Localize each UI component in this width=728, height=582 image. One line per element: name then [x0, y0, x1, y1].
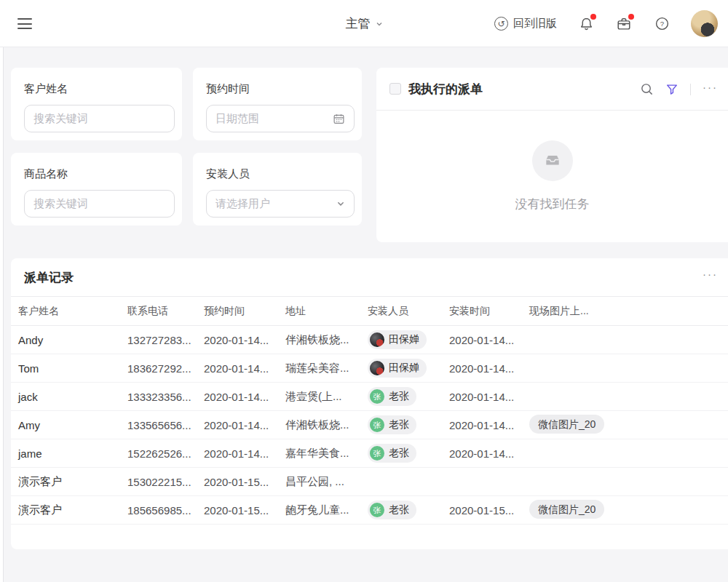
table-row[interactable]: 演示客户 153022215... 2020-01-15... 昌平公园, ..… — [11, 468, 728, 496]
cell-customer-name: 演示客户 — [11, 468, 120, 496]
collapsed-sidebar-edge — [0, 47, 4, 582]
cell-phone: 132727283... — [120, 326, 197, 354]
installer-avatar: 张 — [370, 503, 384, 517]
column-header[interactable]: 预约时间 — [197, 297, 278, 326]
cell-customer-name: jack — [11, 383, 120, 411]
installer-avatar: 张 — [370, 418, 384, 432]
installer-name: 老张 — [389, 390, 409, 403]
select-placeholder: 请选择用户 — [215, 197, 336, 211]
cell-install-time: 2020-01-15... — [442, 496, 522, 525]
back-to-old-button[interactable]: ↺ 回到旧版 — [494, 17, 557, 31]
my-tasks-panel: 我执行的派单 ··· 没有找到任务 — [376, 68, 728, 242]
table-row[interactable]: Tom 183627292... 2020-01-14... 瑞莲朵美容... … — [11, 354, 728, 383]
cell-photo: 微信图片_20 — [522, 496, 728, 525]
cell-phone: 183627292... — [120, 354, 197, 383]
input-placeholder: 搜索关键词 — [33, 197, 165, 211]
column-header[interactable]: 安装时间 — [442, 297, 522, 326]
cell-installer: 田保婵 — [360, 354, 442, 383]
cell-appointment-time: 2020-01-14... — [197, 383, 278, 411]
table-row[interactable]: jame 152262526... 2020-01-14... 嘉年华美食...… — [11, 439, 728, 468]
cell-address: 龅牙兔儿童... — [278, 496, 360, 525]
cell-phone: 185656985... — [120, 496, 197, 525]
photo-pill: 微信图片_20 — [529, 500, 604, 519]
workbench-button[interactable] — [615, 15, 633, 33]
column-header[interactable]: 安装人员 — [360, 297, 442, 326]
cell-customer-name: jame — [11, 439, 120, 468]
filter-icon[interactable] — [665, 83, 678, 96]
back-to-old-label: 回到旧版 — [513, 17, 557, 31]
installer-chip: 张 老张 — [368, 415, 416, 434]
cell-customer-name: Tom — [11, 354, 120, 383]
column-header[interactable]: 客户姓名 — [11, 297, 120, 326]
column-header[interactable]: 地址 — [278, 297, 360, 326]
records-more-button[interactable]: ··· — [703, 268, 718, 284]
task-panel-title: 我执行的派单 — [408, 81, 483, 97]
filter-label: 商品名称 — [24, 167, 175, 181]
search-icon[interactable] — [640, 82, 654, 96]
cell-address: 瑞莲朵美容... — [278, 354, 360, 383]
table-body: Andy 132727283... 2020-01-14... 伴湘铁板烧...… — [11, 326, 728, 525]
table-header-row: 客户姓名 联系电话 预约时间 地址 安装人员 安装时间 现场图片上... — [11, 297, 728, 326]
cell-address: 昌平公园, ... — [278, 468, 360, 496]
records-table: 客户姓名 联系电话 预约时间 地址 安装人员 安装时间 现场图片上... And… — [11, 296, 728, 525]
cell-customer-name: 演示客户 — [11, 496, 120, 525]
svg-text:?: ? — [660, 20, 663, 28]
input-placeholder: 日期范围 — [215, 112, 333, 126]
cell-install-time: 2020-01-14... — [442, 411, 522, 439]
cell-appointment-time: 2020-01-14... — [197, 326, 278, 354]
installer-chip: 张 老张 — [368, 444, 416, 463]
installer-chip: 张 老张 — [368, 387, 416, 406]
installer-name: 田保婵 — [389, 333, 419, 346]
menu-icon[interactable] — [17, 18, 32, 29]
dispatch-records-panel: 派单记录 ··· 客户姓名 联系电话 预约时间 地址 安装人员 安装时间 现场图… — [11, 258, 728, 549]
cell-phone: 153022215... — [120, 468, 197, 496]
table-row[interactable]: Amy 133565656... 2020-01-14... 伴湘铁板烧... … — [11, 411, 728, 439]
installer-avatar — [370, 361, 384, 375]
more-button[interactable]: ··· — [703, 81, 718, 97]
filter-card-appointment-time: 预约时间 日期范围 — [193, 68, 362, 140]
cell-phone: 152262526... — [120, 439, 197, 468]
chevron-down-icon — [376, 20, 383, 28]
empty-text: 没有找到任务 — [515, 196, 590, 212]
cell-photo — [522, 383, 728, 411]
table-row[interactable]: 演示客户 185656985... 2020-01-15... 龅牙兔儿童...… — [11, 496, 728, 525]
topbar: 主管 ↺ 回到旧版 ? — [0, 0, 728, 47]
cell-appointment-time: 2020-01-15... — [197, 468, 278, 496]
filter-card-product-name: 商品名称 搜索关键词 — [11, 153, 182, 226]
cell-customer-name: Amy — [11, 411, 120, 439]
cell-customer-name: Andy — [11, 326, 120, 354]
date-range-input[interactable]: 日期范围 — [206, 105, 355, 132]
select-all-checkbox[interactable] — [389, 83, 401, 95]
column-header[interactable]: 现场图片上... — [522, 297, 728, 326]
cell-appointment-time: 2020-01-15... — [197, 496, 278, 525]
cell-phone: 133565656... — [120, 411, 197, 439]
input-placeholder: 搜索关键词 — [33, 112, 165, 126]
cell-photo — [522, 439, 728, 468]
chevron-down-icon — [336, 199, 345, 208]
table-row[interactable]: jack 133323356... 2020-01-14... 港壹煲(上...… — [11, 383, 728, 411]
customer-name-input[interactable]: 搜索关键词 — [24, 105, 175, 132]
cell-photo — [522, 326, 728, 354]
cell-install-time: 2020-01-14... — [442, 326, 522, 354]
installer-chip: 田保婵 — [368, 330, 427, 349]
user-avatar[interactable] — [691, 10, 718, 37]
installer-chip: 张 老张 — [368, 501, 416, 519]
divider — [690, 84, 691, 95]
help-button[interactable]: ? — [653, 15, 670, 33]
cell-appointment-time: 2020-01-14... — [197, 411, 278, 439]
notification-badge — [590, 14, 596, 20]
filter-card-customer-name: 客户姓名 搜索关键词 — [11, 68, 182, 140]
calendar-icon — [333, 113, 345, 125]
cell-address: 嘉年华美食... — [278, 439, 360, 468]
filter-label: 预约时间 — [206, 82, 355, 96]
installer-name: 老张 — [389, 503, 409, 517]
product-name-input[interactable]: 搜索关键词 — [24, 190, 175, 218]
table-row[interactable]: Andy 132727283... 2020-01-14... 伴湘铁板烧...… — [11, 326, 728, 354]
column-header[interactable]: 联系电话 — [120, 297, 197, 326]
installer-avatar: 张 — [370, 446, 384, 461]
role-switcher[interactable]: 主管 — [346, 15, 383, 32]
cell-installer: 张 老张 — [360, 439, 442, 468]
cell-photo — [522, 354, 728, 383]
notifications-button[interactable] — [577, 15, 595, 33]
installer-select[interactable]: 请选择用户 — [206, 190, 355, 218]
